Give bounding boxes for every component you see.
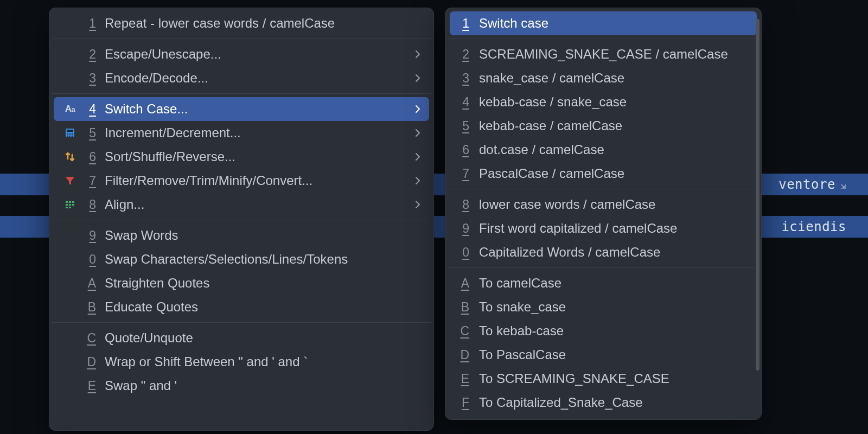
svg-rect-12 (69, 204, 71, 206)
menu-item[interactable]: 0Swap Characters/Selections/Lines/Tokens (54, 247, 429, 271)
menu-item-label: PascalCase / camelCase (479, 166, 748, 181)
menu-item-label: Wrap or Shift Between " and ' and ` (105, 354, 420, 369)
menu-item-label: snake_case / camelCase (479, 71, 748, 86)
menu-item[interactable]: 4kebab-case / snake_case (450, 90, 757, 114)
menu-item[interactable]: 9Swap Words (54, 224, 429, 247)
menu-item[interactable]: 7Filter/Remove/Trim/Minify/Convert... (54, 169, 429, 193)
menu-item[interactable]: 6Sort/Shuffle/Reverse... (54, 145, 429, 169)
menu-item[interactable]: 5Increment/Decrement... (54, 121, 429, 145)
menu-item[interactable]: CQuote/Unquote (54, 326, 429, 350)
menu-item[interactable]: 2SCREAMING_SNAKE_CASE / camelCase (450, 42, 757, 66)
menu-item-label: Sort/Shuffle/Reverse... (105, 149, 411, 164)
scrollbar[interactable] (756, 19, 760, 371)
menu-item[interactable]: 5kebab-case / camelCase (450, 114, 757, 138)
svg-rect-9 (69, 201, 71, 203)
menu-item[interactable]: DTo PascalCase (450, 343, 757, 367)
menu-item-key: 3 (80, 71, 96, 86)
menu-item[interactable]: Aa4Switch Case... (54, 97, 429, 121)
svg-point-6 (69, 136, 71, 137)
menu-item-label: Capitalized Words / camelCase (479, 245, 748, 260)
menu-item-label: Escape/Unescape... (105, 47, 411, 62)
filter-icon (65, 175, 75, 186)
menu-item[interactable]: 0Capitalized Words / camelCase (450, 240, 757, 264)
menu-item-key: 9 (456, 221, 469, 236)
menu-item-label: To SCREAMING_SNAKE_CASE (479, 371, 748, 386)
menu-item-label: Switch case (479, 16, 748, 31)
menu-item-key: E (456, 372, 469, 386)
menu-item-key: F (456, 395, 469, 410)
menu-item[interactable]: 1Switch case (450, 11, 757, 35)
svg-point-4 (72, 133, 73, 135)
menu-item[interactable]: FTo Capitalized_Snake_Case (450, 391, 757, 414)
menu-item-label: Educate Quotes (105, 299, 420, 315)
switch-case-icon: Aa (65, 104, 75, 114)
menu-divider (448, 189, 759, 189)
sort-icon (65, 151, 75, 162)
menu-item[interactable]: BTo snake_case (450, 295, 757, 319)
calculator-icon (65, 127, 75, 138)
editor-text-fragment: ventore⇲ (778, 177, 846, 192)
menu-item[interactable]: 7PascalCase / camelCase (450, 162, 757, 186)
menu-item-label: Quote/Unquote (105, 330, 420, 346)
svg-point-7 (72, 136, 73, 137)
menu-item-key: A (456, 276, 469, 291)
menu-item[interactable]: 8lower case words / camelCase (450, 193, 757, 216)
svg-rect-14 (66, 207, 68, 208)
menu-item[interactable]: BEducate Quotes (54, 295, 429, 319)
menu-item[interactable]: 1Repeat - lower case words / camelCase (54, 11, 429, 35)
menu-item-key: 6 (456, 143, 469, 157)
menu-item-label: To PascalCase (479, 347, 748, 362)
menu-item-key: 4 (456, 95, 469, 110)
menu-item-key: C (456, 324, 469, 339)
menu-divider (52, 93, 431, 94)
menu-item-key: D (456, 348, 469, 362)
menu-item-key: D (80, 355, 96, 369)
menu-item-label: Swap " and ' (105, 378, 420, 393)
svg-rect-10 (72, 201, 74, 203)
svg-rect-15 (69, 207, 71, 208)
menu-item-label: To camelCase (479, 276, 748, 291)
string-actions-menu: 1Repeat - lower case words / camelCase2E… (49, 8, 434, 431)
menu-item[interactable]: 6dot.case / camelCase (450, 138, 757, 162)
svg-rect-13 (72, 204, 74, 206)
menu-item-key: 5 (80, 126, 96, 141)
menu-item-label: kebab-case / camelCase (479, 118, 748, 133)
menu-divider (448, 267, 759, 268)
menu-item-key: 2 (80, 47, 96, 62)
menu-item[interactable]: ATo camelCase (450, 271, 757, 295)
menu-item-key: 0 (456, 245, 469, 260)
chevron-right-icon (415, 129, 420, 137)
menu-item-key: E (80, 379, 96, 393)
menu-item[interactable]: 8Align... (54, 193, 429, 216)
menu-item-key: 7 (456, 167, 469, 181)
menu-item-label: Align... (105, 197, 411, 212)
menu-divider (52, 220, 431, 220)
menu-item[interactable]: 3Encode/Decode... (54, 66, 429, 90)
menu-item[interactable]: CTo kebab-case (450, 319, 757, 343)
menu-item-label: dot.case / camelCase (479, 142, 748, 157)
menu-item[interactable]: DWrap or Shift Between " and ' and ` (54, 350, 429, 374)
menu-divider (52, 322, 431, 323)
menu-item[interactable]: 3snake_case / camelCase (450, 66, 757, 90)
menu-item-label: Straighten Quotes (105, 276, 420, 291)
chevron-right-icon (415, 50, 420, 59)
menu-item-key: 8 (456, 197, 469, 212)
menu-item-label: Increment/Decrement... (105, 125, 411, 141)
menu-item-label: kebab-case / snake_case (479, 94, 748, 110)
menu-item[interactable]: 9First word capitalized / camelCase (450, 216, 757, 240)
menu-item-key: 6 (80, 150, 96, 164)
menu-item[interactable]: ETo SCREAMING_SNAKE_CASE (450, 367, 757, 391)
menu-item-label: To kebab-case (479, 323, 748, 339)
menu-item[interactable]: ESwap " and ' (54, 374, 429, 398)
menu-item-key: 5 (456, 119, 469, 133)
menu-item[interactable]: AStraighten Quotes (54, 271, 429, 295)
svg-rect-1 (67, 130, 73, 132)
svg-point-3 (69, 133, 71, 135)
menu-item-label: Encode/Decode... (105, 71, 411, 86)
chevron-right-icon (415, 105, 420, 113)
editor-text-fragment: iciendis (781, 219, 846, 234)
menu-item[interactable]: 2Escape/Unescape... (54, 42, 429, 66)
menu-item-key: C (80, 331, 96, 346)
svg-rect-11 (66, 204, 68, 206)
chevron-right-icon (415, 176, 420, 185)
